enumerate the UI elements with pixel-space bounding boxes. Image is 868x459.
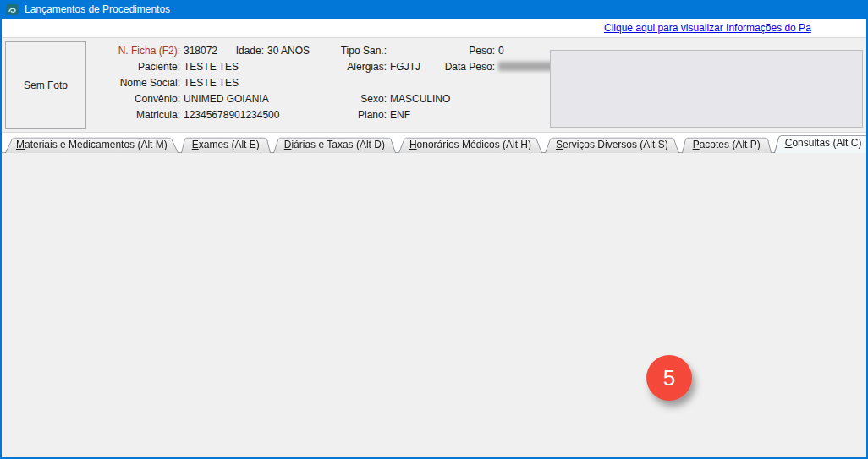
patient-panel: Sem Foto N. Ficha (F2): 318072 Paciente:… xyxy=(2,37,866,133)
sexo-line: Sexo: MASCULINO xyxy=(326,93,450,105)
header-strip: Clique aqui para visualizar Informações … xyxy=(2,19,866,37)
paciente-label: Paciente: xyxy=(91,61,180,73)
photo-placeholder-label: Sem Foto xyxy=(24,79,68,91)
procedures-window: Lançamentos de Procedimentos Clique aqui… xyxy=(0,0,868,459)
matricula-value: 12345678901234500 xyxy=(184,109,279,121)
matricula-line: Matricula: 12345678901234500 xyxy=(91,109,279,121)
tab-consultas[interactable]: Consultas (Alt C) xyxy=(774,134,868,153)
convenio-line: Convênio: UNIMED GOIANIA xyxy=(91,93,269,105)
peso-value: 0 xyxy=(498,45,504,57)
paciente-line: Paciente: TESTE TES xyxy=(91,61,239,73)
app-icon xyxy=(6,3,19,16)
nome-social-line: Nome Social: TESTE TES xyxy=(91,77,239,89)
plano-label: Plano: xyxy=(326,109,387,121)
tab-honorarios-medicos[interactable]: Honorários Médicos (Alt H) xyxy=(398,136,542,153)
matricula-label: Matricula: xyxy=(91,109,180,121)
plano-line: Plano: ENF xyxy=(326,109,410,121)
convenio-value: UNIMED GOIANIA xyxy=(184,93,269,105)
annotation-step-badge: 5 xyxy=(646,355,692,401)
tab-diarias-taxas[interactable]: Diárias e Taxas (Alt D) xyxy=(273,136,396,153)
convenio-label: Convênio: xyxy=(91,93,180,105)
alergias-line: Alergias: FGJTJ xyxy=(326,61,420,73)
peso-line: Peso: 0 xyxy=(431,45,504,57)
tipo-san-label: Tipo San.: xyxy=(326,45,387,57)
idade-value: 30 ANOS xyxy=(267,45,310,57)
alergias-label: Alergias: xyxy=(326,61,387,73)
empty-side-panel xyxy=(550,50,863,128)
data-peso-label: Data Peso: xyxy=(431,61,495,73)
nome-social-label: Nome Social: xyxy=(91,77,180,89)
idade-label: Idade: xyxy=(213,45,264,57)
tab-servicos-diversos[interactable]: Serviços Diversos (Alt S) xyxy=(545,136,679,153)
tab-exames[interactable]: Exames (Alt E) xyxy=(181,136,271,153)
tipo-san-line: Tipo San.: xyxy=(326,45,390,57)
title-bar: Lançamentos de Procedimentos xyxy=(0,0,868,19)
window-title: Lançamentos de Procedimentos xyxy=(25,3,170,15)
plano-value: ENF xyxy=(390,109,410,121)
nome-social-value: TESTE TES xyxy=(184,77,239,89)
peso-label: Peso: xyxy=(431,45,495,57)
tab-pacotes[interactable]: Pacotes (Alt P) xyxy=(682,136,772,153)
paciente-value: TESTE TES xyxy=(184,61,239,73)
idade-line: Idade: 30 ANOS xyxy=(213,45,310,57)
tab-strip: Materiais e Medicamentos (Alt M) Exames … xyxy=(5,134,868,153)
sexo-label: Sexo: xyxy=(326,93,387,105)
tab-materiais-medicamentos[interactable]: Materiais e Medicamentos (Alt M) xyxy=(5,136,179,153)
alergias-value: FGJTJ xyxy=(390,61,420,73)
photo-placeholder: Sem Foto xyxy=(5,41,86,129)
data-peso-line: Data Peso: xyxy=(431,61,559,73)
patient-info-link[interactable]: Clique aqui para visualizar Informações … xyxy=(604,22,868,34)
ficha-label: N. Ficha (F2): xyxy=(91,45,180,57)
sexo-value: MASCULINO xyxy=(390,93,450,105)
ficha-line: N. Ficha (F2): 318072 xyxy=(91,45,217,57)
consultas-pane xyxy=(2,152,866,457)
